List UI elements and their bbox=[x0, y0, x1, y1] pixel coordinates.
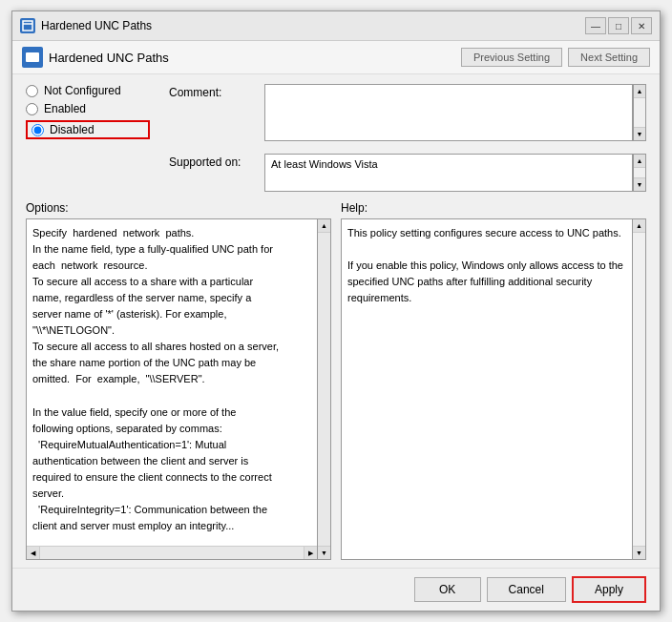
nav-buttons: Previous Setting Next Setting bbox=[461, 48, 650, 67]
ok-button[interactable]: OK bbox=[414, 577, 481, 602]
subtitle-bar: Hardened UNC Paths Previous Setting Next… bbox=[12, 41, 660, 74]
options-scroll-right[interactable]: ▶ bbox=[304, 547, 317, 560]
comment-scroll-up[interactable]: ▲ bbox=[634, 85, 645, 98]
comment-scroll-track bbox=[634, 98, 645, 127]
subtitle-title: Hardened UNC Paths bbox=[49, 51, 169, 65]
apply-button[interactable]: Apply bbox=[572, 576, 646, 603]
disabled-label: Disabled bbox=[50, 123, 94, 136]
enabled-label: Enabled bbox=[44, 102, 86, 115]
options-vscroll-track bbox=[318, 233, 330, 546]
options-text: Specify hardened network paths. In the n… bbox=[27, 219, 317, 546]
help-scroll-down[interactable]: ▼ bbox=[633, 546, 645, 559]
cancel-button[interactable]: Cancel bbox=[487, 577, 566, 602]
enabled-option[interactable]: Enabled bbox=[26, 102, 150, 115]
enabled-radio[interactable] bbox=[26, 103, 38, 115]
radio-group: Not Configured Enabled Disabled bbox=[26, 84, 150, 192]
options-scroll-left[interactable]: ◀ bbox=[27, 547, 40, 560]
supported-on-label: Supported on: bbox=[169, 154, 264, 169]
comment-container: ▲ ▼ bbox=[264, 84, 646, 144]
comment-row: Comment: ▲ ▼ bbox=[169, 84, 646, 144]
disabled-option[interactable]: Disabled bbox=[26, 120, 150, 139]
help-scroll-up[interactable]: ▲ bbox=[633, 219, 645, 233]
minimize-button[interactable]: — bbox=[585, 17, 606, 34]
close-button[interactable]: ✕ bbox=[631, 17, 652, 34]
maximize-button[interactable]: □ bbox=[608, 17, 629, 34]
options-section: Options: Specify hardened network paths.… bbox=[26, 201, 331, 560]
supported-on-field: At least Windows Vista bbox=[264, 154, 633, 192]
options-scroll-down[interactable]: ▼ bbox=[318, 546, 330, 559]
not-configured-label: Not Configured bbox=[44, 84, 121, 97]
supported-scroll-up[interactable]: ▲ bbox=[634, 155, 645, 168]
previous-setting-button[interactable]: Previous Setting bbox=[461, 48, 562, 67]
options-content-wrapper: Specify hardened network paths. In the n… bbox=[26, 218, 331, 560]
not-configured-radio[interactable] bbox=[26, 85, 38, 97]
not-configured-option[interactable]: Not Configured bbox=[26, 84, 150, 97]
svg-rect-0 bbox=[23, 21, 32, 31]
options-scroll-up[interactable]: ▲ bbox=[318, 219, 330, 233]
bottom-bar: OK Cancel Apply bbox=[12, 568, 660, 611]
title-bar-left: Hardened UNC Paths bbox=[20, 18, 152, 33]
window-controls: — □ ✕ bbox=[585, 17, 652, 34]
help-vscrollbar: ▲ ▼ bbox=[633, 218, 646, 560]
supported-scrollbar: ▲ ▼ bbox=[633, 154, 646, 192]
supported-scroll-track bbox=[634, 168, 645, 177]
subtitle-icon bbox=[22, 47, 43, 68]
options-title: Options: bbox=[26, 201, 331, 215]
main-content: Not Configured Enabled Disabled Comment: bbox=[12, 74, 660, 568]
subtitle-left: Hardened UNC Paths bbox=[22, 47, 169, 68]
next-setting-button[interactable]: Next Setting bbox=[568, 48, 650, 67]
help-content-box: This policy setting configures secure ac… bbox=[341, 218, 633, 560]
supported-on-container: At least Windows Vista ▲ ▼ bbox=[264, 154, 646, 192]
options-hscroll-track bbox=[40, 547, 304, 559]
supported-on-value: At least Windows Vista bbox=[271, 158, 378, 170]
comment-scrollbar: ▲ ▼ bbox=[633, 84, 646, 141]
options-hscrollbar: ◀ ▶ bbox=[27, 546, 317, 559]
main-window: Hardened UNC Paths — □ ✕ Hardened UNC Pa… bbox=[11, 10, 661, 612]
disabled-radio[interactable] bbox=[32, 124, 44, 136]
comment-label: Comment: bbox=[169, 84, 264, 99]
options-content-box: Specify hardened network paths. In the n… bbox=[26, 218, 318, 560]
help-vscroll-track bbox=[633, 233, 645, 546]
help-section: Help: This policy setting configures sec… bbox=[341, 201, 646, 560]
comment-textarea[interactable] bbox=[264, 84, 633, 141]
help-content-wrapper: This policy setting configures secure ac… bbox=[341, 218, 646, 560]
window-title: Hardened UNC Paths bbox=[41, 19, 152, 32]
supported-on-row: Supported on: At least Windows Vista ▲ ▼ bbox=[169, 154, 646, 192]
help-title: Help: bbox=[341, 201, 646, 215]
options-vscrollbar: ▲ ▼ bbox=[318, 218, 331, 560]
title-bar: Hardened UNC Paths — □ ✕ bbox=[12, 11, 660, 41]
comment-scroll-down[interactable]: ▼ bbox=[634, 127, 645, 140]
window-icon bbox=[20, 18, 35, 33]
supported-scroll-down[interactable]: ▼ bbox=[634, 177, 645, 191]
